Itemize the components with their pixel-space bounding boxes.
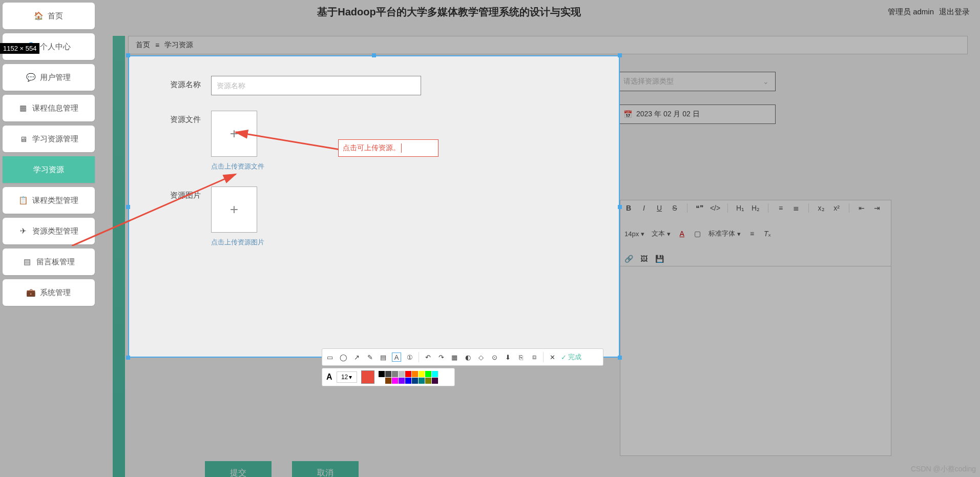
editor-textarea[interactable] bbox=[620, 266, 891, 456]
color-swatch[interactable] bbox=[412, 378, 418, 384]
mosaic-icon[interactable]: ▦ bbox=[450, 352, 459, 362]
sidebar-item-label: 首页 bbox=[48, 11, 63, 21]
selection-handle[interactable] bbox=[618, 356, 622, 360]
resource-file-label: 资源文件 bbox=[150, 111, 201, 125]
color-swatch[interactable] bbox=[425, 371, 431, 377]
resource-type-select[interactable]: 请选择资源类型 ⌄ bbox=[617, 72, 776, 91]
selection-handle[interactable] bbox=[126, 53, 130, 57]
current-color-swatch[interactable] bbox=[361, 370, 374, 384]
h1-icon[interactable]: H₁ bbox=[736, 204, 744, 212]
color-swatch[interactable] bbox=[419, 378, 425, 384]
ul-icon[interactable]: ≣ bbox=[792, 204, 800, 212]
subscript-icon[interactable]: x₂ bbox=[817, 204, 825, 212]
sidebar-item-label: 用户管理 bbox=[40, 73, 71, 82]
blur-icon[interactable]: ◐ bbox=[463, 352, 472, 362]
underline-icon[interactable]: U bbox=[655, 204, 663, 212]
selection-handle[interactable] bbox=[126, 205, 130, 209]
h2-icon[interactable]: H₂ bbox=[752, 204, 760, 212]
ellipse-tool-icon[interactable]: ◯ bbox=[339, 352, 348, 362]
sidebar-item-label: 课程信息管理 bbox=[32, 103, 78, 113]
font-color-icon[interactable]: A bbox=[678, 230, 686, 238]
color-swatch[interactable] bbox=[399, 378, 405, 384]
upload-time-input[interactable]: 📅 2023 年 02 月 02 日 bbox=[617, 105, 776, 124]
font-size-dropdown[interactable]: 14px ▾ bbox=[624, 230, 644, 238]
breadcrumb-home[interactable]: 首页 bbox=[136, 40, 150, 50]
sidebar-item-home[interactable]: 🏠 首页 bbox=[3, 3, 95, 29]
color-swatch[interactable] bbox=[405, 371, 411, 377]
link-icon[interactable]: 🔗 bbox=[624, 255, 633, 263]
strike-icon[interactable]: S bbox=[671, 204, 679, 212]
font-size-stepper[interactable]: 12 ▾ bbox=[337, 371, 357, 383]
chevron-down-icon: ▾ bbox=[349, 374, 352, 381]
text-menu-dropdown[interactable]: 文本 ▾ bbox=[652, 229, 671, 238]
sidebar-item-resource-type[interactable]: ✈ 资源类型管理 bbox=[3, 218, 95, 244]
color-swatch[interactable] bbox=[425, 378, 431, 384]
sidebar-item-label: 个人中心 bbox=[40, 42, 71, 52]
color-swatch[interactable] bbox=[432, 371, 438, 377]
sidebar-item-courses[interactable]: ▦ 课程信息管理 bbox=[3, 95, 95, 121]
color-swatch[interactable] bbox=[405, 378, 411, 384]
indent-icon[interactable]: ⇥ bbox=[873, 204, 881, 212]
save-icon[interactable]: 💾 bbox=[655, 255, 663, 263]
color-swatch[interactable] bbox=[379, 378, 385, 384]
selection-handle[interactable] bbox=[372, 53, 376, 57]
color-swatch[interactable] bbox=[379, 371, 385, 377]
close-icon[interactable]: ✕ bbox=[548, 352, 557, 362]
outdent-icon[interactable]: ⇤ bbox=[858, 204, 866, 212]
highlight-tool-icon[interactable]: ▤ bbox=[379, 352, 388, 362]
color-swatch[interactable] bbox=[392, 371, 398, 377]
copy-icon[interactable]: ⎘ bbox=[516, 352, 526, 362]
selection-handle[interactable] bbox=[618, 205, 622, 209]
color-swatch[interactable] bbox=[419, 371, 425, 377]
italic-icon[interactable]: I bbox=[640, 204, 648, 212]
pen-tool-icon[interactable]: ✎ bbox=[365, 352, 374, 362]
ol-icon[interactable]: ≡ bbox=[777, 204, 785, 212]
calendar-icon: 📅 bbox=[623, 110, 632, 118]
upload-file-box[interactable]: + bbox=[211, 111, 257, 157]
color-swatch[interactable] bbox=[385, 378, 391, 384]
color-swatch[interactable] bbox=[399, 371, 405, 377]
sidebar-item-messageboard[interactable]: ▤ 留言板管理 bbox=[3, 248, 95, 275]
selection-handle[interactable] bbox=[618, 53, 622, 57]
snip-color-bar: A 12 ▾ bbox=[322, 368, 455, 386]
cancel-button[interactable]: 取消 bbox=[292, 461, 359, 477]
line-tool-icon[interactable]: ↗ bbox=[352, 352, 361, 362]
clear-format-icon[interactable]: Tₓ bbox=[763, 230, 772, 238]
breadcrumb-sep: ≡ bbox=[155, 41, 159, 49]
bg-color-icon[interactable]: ▢ bbox=[693, 230, 701, 238]
submit-button[interactable]: 提交 bbox=[205, 461, 272, 477]
rect-tool-icon[interactable]: ▭ bbox=[325, 352, 335, 362]
color-swatch[interactable] bbox=[412, 371, 418, 377]
pin-icon[interactable]: ⧈ bbox=[530, 352, 539, 362]
color-swatch[interactable] bbox=[432, 378, 438, 384]
resource-name-input[interactable] bbox=[211, 76, 421, 95]
sidebar-item-course-type[interactable]: 📋 课程类型管理 bbox=[3, 187, 95, 214]
text-tool-icon[interactable]: A bbox=[392, 352, 401, 362]
redo-icon[interactable]: ↷ bbox=[436, 352, 446, 362]
sidebar-item-resource-mgmt[interactable]: 🖥 学习资源管理 bbox=[3, 126, 95, 152]
counter-tool-icon[interactable]: ① bbox=[405, 352, 414, 362]
selection-handle[interactable] bbox=[126, 356, 130, 360]
logout-link[interactable]: 退出登录 bbox=[939, 7, 970, 17]
font-family-dropdown[interactable]: 标准字体 ▾ bbox=[708, 229, 741, 238]
align-icon[interactable]: ≡ bbox=[748, 230, 756, 238]
annotation-callout[interactable]: 点击可上传资源。 bbox=[338, 139, 439, 157]
undo-icon[interactable]: ↶ bbox=[423, 352, 432, 362]
image-icon[interactable]: 🖼 bbox=[640, 255, 648, 263]
download-icon[interactable]: ⬇ bbox=[503, 352, 512, 362]
color-swatch[interactable] bbox=[392, 378, 398, 384]
sidebar-item-system[interactable]: 💼 系统管理 bbox=[3, 279, 95, 306]
code-icon[interactable]: </> bbox=[711, 204, 719, 212]
record-icon[interactable]: ⊙ bbox=[490, 352, 499, 362]
done-button[interactable]: ✓ 完成 bbox=[561, 352, 581, 362]
superscript-icon[interactable]: x² bbox=[832, 204, 841, 212]
quote-icon[interactable]: ❝❞ bbox=[696, 204, 704, 212]
upload-image-box[interactable]: + bbox=[211, 186, 257, 233]
sidebar-item-users[interactable]: 💬 用户管理 bbox=[3, 64, 95, 91]
plus-icon: + bbox=[230, 201, 238, 218]
sidebar-item-resource[interactable]: 学习资源 bbox=[3, 156, 95, 183]
eraser-icon[interactable]: ◇ bbox=[476, 352, 486, 362]
bold-icon[interactable]: B bbox=[624, 204, 633, 212]
date-value: 2023 年 02 月 02 日 bbox=[636, 110, 700, 119]
color-swatch[interactable] bbox=[385, 371, 391, 377]
